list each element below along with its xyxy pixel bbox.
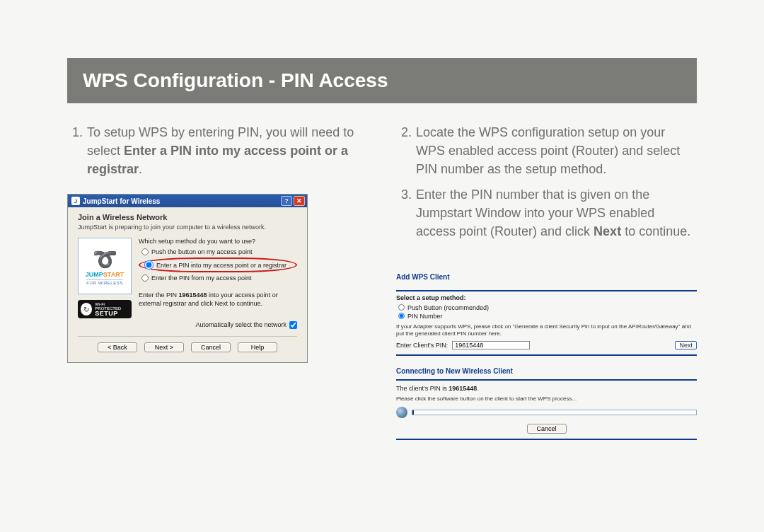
radio-pin-number-router-label: PIN Number [407, 313, 443, 320]
wps-setup: SETUP [95, 311, 129, 317]
back-button[interactable]: < Back [98, 342, 137, 352]
logo-start: START [103, 271, 124, 278]
step-1-number: 1. [67, 123, 83, 178]
step-2-text: Locate the WPS configuration setup on yo… [416, 123, 697, 178]
step-2: 2. Locate the WPS configuration setup on… [396, 123, 697, 178]
app-icon: J [71, 197, 80, 205]
step-2-number: 2. [396, 123, 412, 178]
runner-icon: ➰ [93, 248, 117, 271]
client-pin-value: 19615448 [448, 385, 477, 392]
radio-pin-number-router[interactable]: PIN Number [398, 313, 697, 320]
select-setup-label: Select a setup method: [396, 294, 697, 301]
step-1-bold: Enter a PIN into my access point or a re… [87, 144, 348, 176]
router-add-wps-client: Add WPS Client [396, 269, 697, 291]
wps-arrows-icon: ↻ [81, 303, 92, 316]
router-cancel-button[interactable]: Cancel [527, 424, 567, 434]
auto-select-label: Automatically select the network [195, 321, 286, 328]
wps-badge: ↻ Wi-Fi PROTECTED SETUP [78, 300, 132, 318]
jumpstart-logo: ➰ JUMPSTART FOR WIRELESS [78, 238, 132, 294]
wps-progress [412, 410, 697, 415]
router-note: If your Adapter supports WPS, please cli… [396, 323, 697, 337]
cancel-button[interactable]: Cancel [191, 342, 231, 352]
auto-select-checkbox[interactable] [289, 321, 297, 329]
dialog-subheading: JumpStart is preparing to join your comp… [78, 224, 297, 231]
radio-push-button[interactable]: Push the button on my access point [141, 248, 297, 255]
setup-question: Which setup method do you want to use? [139, 238, 297, 245]
enter-pin-value: 19615448 [179, 291, 207, 299]
start-wps-instruction: Please click the software button on the … [396, 395, 697, 403]
next-button[interactable]: Next > [144, 342, 184, 352]
help-button[interactable]: Help [238, 342, 277, 352]
radio-push-button-router[interactable]: Push Button (recommended) [398, 304, 697, 311]
help-icon[interactable]: ? [281, 196, 292, 206]
enter-client-pin-label: Enter Client's PIN: [396, 342, 448, 349]
dialog-title: JumpStart for Wireless [83, 197, 160, 205]
client-pin-line: The client's PIN is [396, 385, 448, 392]
radio-enter-pin-ap[interactable]: Enter a PIN into my access point or a re… [139, 258, 297, 272]
radio-enter-pin-from-ap-label: Enter the PIN from my access point [151, 274, 252, 282]
page-title: WPS Configuration - PIN Access [67, 58, 697, 103]
client-pin-input[interactable] [452, 341, 530, 349]
wps-top: Wi-Fi PROTECTED [95, 302, 129, 311]
step-3-bold: Next [594, 224, 621, 238]
connecting-heading: Connecting to New Wireless Client [396, 367, 697, 375]
logo-sub: FOR WIRELESS [86, 279, 122, 285]
logo-jump: JUMP [86, 271, 103, 278]
step-3-post: to continue. [621, 224, 690, 238]
step-1-post: . [139, 162, 142, 176]
radio-enter-pin-from-ap[interactable]: Enter the PIN from my access point [141, 274, 297, 282]
enter-pin-pre: Enter the PIN [139, 291, 179, 299]
client-pin-dot: . [477, 385, 479, 392]
add-wps-heading: Add WPS Client [396, 273, 697, 281]
step-1: 1. To setup WPS by entering PIN, you wil… [67, 123, 368, 178]
radio-enter-pin-ap-label: Enter a PIN into my access point or a re… [156, 262, 286, 269]
router-next-button[interactable]: Next [675, 341, 697, 349]
close-icon[interactable]: ✕ [294, 196, 305, 206]
radio-push-button-router-label: Push Button (recommended) [407, 304, 489, 311]
radio-push-button-label: Push the button on my access point [151, 248, 253, 255]
step-3-number: 3. [396, 185, 412, 241]
step-3: 3. Enter the PIN number that is given on… [396, 185, 697, 241]
dialog-heading: Join a Wireless Network [78, 213, 297, 221]
globe-icon [396, 407, 407, 418]
jumpstart-dialog: J JumpStart for Wireless ? ✕ Join a Wire… [67, 194, 308, 362]
